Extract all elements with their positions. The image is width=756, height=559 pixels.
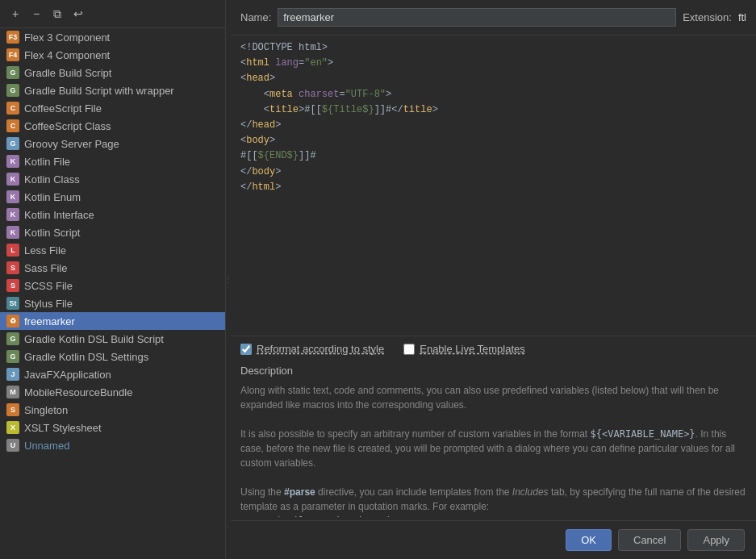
- file-type-icon: ♻: [6, 315, 19, 327]
- file-type-name: CoffeeScript File: [24, 102, 102, 115]
- file-type-name: Kotlin Enum: [24, 191, 81, 203]
- list-item[interactable]: CCoffeeScript Class: [0, 117, 225, 135]
- name-label: Name:: [240, 11, 271, 23]
- list-item[interactable]: UUnnamed: [0, 436, 225, 454]
- file-type-icon: J: [6, 368, 19, 381]
- file-type-name: Kotlin File: [24, 156, 70, 168]
- file-type-icon: C: [6, 119, 19, 132]
- list-item[interactable]: MMobileResourceBundle: [0, 383, 225, 401]
- file-type-icon: U: [6, 439, 19, 452]
- list-item[interactable]: KKotlin Enum: [0, 188, 225, 206]
- reformat-checkbox[interactable]: [240, 344, 252, 355]
- file-type-name: Singleton: [24, 404, 68, 416]
- file-type-name: Kotlin Script: [24, 227, 80, 239]
- file-type-icon: M: [6, 386, 19, 398]
- extension-value: ftl: [738, 11, 746, 23]
- list-item[interactable]: KKotlin File: [0, 152, 225, 170]
- list-item[interactable]: SSingleton: [0, 401, 225, 419]
- file-type-icon: C: [6, 102, 19, 115]
- file-type-icon: K: [6, 226, 19, 239]
- list-item[interactable]: GGradle Build Script: [0, 64, 225, 81]
- file-type-icon: F3: [6, 31, 19, 44]
- toolbar: + − ⧉ ↩: [0, 0, 225, 28]
- list-item[interactable]: ♻freemarker: [0, 312, 225, 330]
- file-type-icon: G: [6, 350, 19, 363]
- file-type-name: Flex 4 Component: [24, 49, 110, 61]
- file-type-name: Stylus File: [24, 298, 73, 310]
- file-type-icon: G: [6, 66, 19, 79]
- name-row: Name: Extension: ftl: [231, 0, 756, 35]
- description-box: Along with static text, code and comment…: [240, 380, 746, 517]
- code-line: <head>: [240, 71, 746, 86]
- cancel-button[interactable]: Cancel: [618, 529, 681, 551]
- file-type-icon: G: [6, 84, 19, 97]
- file-type-name: Groovy Server Page: [24, 138, 119, 150]
- list-item[interactable]: GGradle Kotlin DSL Build Script: [0, 330, 225, 348]
- live-templates-checkbox[interactable]: [403, 344, 415, 355]
- file-type-icon: S: [6, 261, 19, 274]
- apply-button[interactable]: Apply: [687, 529, 745, 551]
- file-type-name: freemarker: [24, 315, 75, 327]
- file-type-icon: K: [6, 155, 19, 168]
- code-line: #[[${END$}]]#: [240, 148, 746, 164]
- file-type-name: Unnamed: [24, 440, 69, 452]
- left-panel: + − ⧉ ↩ F3Flex 3 ComponentF4Flex 4 Compo…: [0, 0, 226, 559]
- file-type-icon: K: [6, 190, 19, 203]
- file-type-name: Flex 3 Component: [24, 31, 110, 44]
- list-item[interactable]: XXSLT Stylesheet: [0, 419, 225, 436]
- reset-button[interactable]: ↩: [69, 5, 87, 23]
- file-type-name: SCSS File: [24, 280, 73, 292]
- file-type-name: Less File: [24, 244, 66, 257]
- list-item[interactable]: CCoffeeScript File: [0, 99, 225, 117]
- list-item[interactable]: StStylus File: [0, 294, 225, 312]
- add-button[interactable]: +: [6, 5, 24, 23]
- options-row: Reformat according to style Enable Live …: [231, 336, 756, 361]
- file-type-name: XSLT Stylesheet: [24, 422, 102, 434]
- file-type-name: Gradle Build Script: [24, 67, 111, 79]
- list-item[interactable]: LLess File: [0, 241, 225, 259]
- copy-button[interactable]: ⧉: [48, 5, 66, 23]
- file-type-icon: L: [6, 244, 19, 257]
- list-item[interactable]: GGradle Build Script with wrapper: [0, 81, 225, 99]
- file-type-name: Gradle Kotlin DSL Settings: [24, 351, 148, 363]
- file-type-icon: St: [6, 297, 19, 310]
- file-type-icon: K: [6, 208, 19, 221]
- code-line: <body>: [240, 133, 746, 148]
- description-section: Description Along with static text, code…: [231, 361, 756, 520]
- code-line: <html lang="en">: [240, 56, 746, 71]
- list-item[interactable]: F4Flex 4 Component: [0, 46, 225, 64]
- list-item[interactable]: KKotlin Interface: [0, 206, 225, 223]
- list-item[interactable]: F3Flex 3 Component: [0, 28, 225, 46]
- ok-button[interactable]: OK: [566, 529, 612, 551]
- name-input[interactable]: [278, 8, 676, 27]
- code-line: </head>: [240, 118, 746, 133]
- list-item[interactable]: SSass File: [0, 259, 225, 277]
- reformat-checkbox-label[interactable]: Reformat according to style: [240, 343, 384, 355]
- file-type-name: Sass File: [24, 262, 67, 274]
- live-templates-checkbox-label[interactable]: Enable Live Templates: [403, 343, 525, 355]
- code-line: </body>: [240, 165, 746, 180]
- file-type-icon: G: [6, 137, 19, 150]
- bottom-bar: OK Cancel Apply: [231, 520, 756, 559]
- list-item[interactable]: SSCSS File: [0, 277, 225, 294]
- file-type-icon: S: [6, 279, 19, 292]
- list-item[interactable]: GGroovy Server Page: [0, 135, 225, 152]
- code-line: <meta charset="UTF-8">: [240, 87, 746, 102]
- list-item[interactable]: JJavaFXApplication: [0, 365, 225, 383]
- list-item[interactable]: KKotlin Class: [0, 170, 225, 188]
- list-item[interactable]: KKotlin Script: [0, 223, 225, 241]
- code-line: <title>#[[${Title$}]]#</title>: [240, 102, 746, 118]
- file-type-icon: S: [6, 403, 19, 416]
- reformat-label: Reformat according to style: [257, 343, 384, 355]
- file-type-icon: X: [6, 421, 19, 434]
- code-editor[interactable]: <!DOCTYPE html><html lang="en"><head> <m…: [231, 35, 756, 336]
- file-type-icon: G: [6, 332, 19, 345]
- file-type-name: CoffeeScript Class: [24, 120, 111, 132]
- file-type-name: Gradle Build Script with wrapper: [24, 85, 174, 97]
- remove-button[interactable]: −: [27, 5, 45, 23]
- file-list: F3Flex 3 ComponentF4Flex 4 ComponentGGra…: [0, 28, 225, 559]
- file-type-name: Kotlin Class: [24, 173, 80, 186]
- file-type-name: JavaFXApplication: [24, 369, 111, 381]
- file-type-icon: F4: [6, 48, 19, 61]
- list-item[interactable]: GGradle Kotlin DSL Settings: [0, 348, 225, 365]
